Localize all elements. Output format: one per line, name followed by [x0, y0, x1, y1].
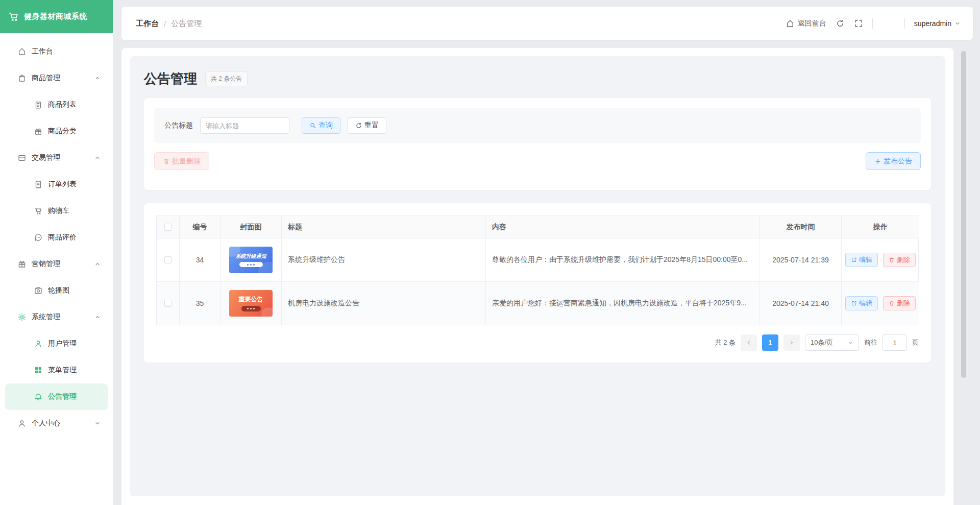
toolbar-row: 批量删除 发布公告 [154, 152, 921, 170]
sidebar-item-personal-center[interactable]: 个人中心 [0, 410, 113, 437]
edit-button[interactable]: 编辑 [845, 296, 878, 310]
app-logo: 健身器材商城系统 [0, 0, 113, 33]
col-header-time: 发布时间 [760, 216, 842, 238]
header-actions: 返回前台 superadmin [786, 18, 961, 29]
sidebar-item-marketing-mgmt[interactable]: 营销管理 [0, 251, 113, 277]
sidebar-item-trade-mgmt[interactable]: 交易管理 [0, 145, 113, 171]
chevron-up-icon [94, 261, 101, 267]
gear-icon [17, 312, 27, 322]
col-header-action: 操作 [842, 216, 919, 238]
divider [904, 18, 905, 29]
edit-button[interactable]: 编辑 [845, 253, 878, 267]
page-panel: 公告管理 共 2 条公告 公告标题 查询 重置 批量删除 [130, 56, 945, 496]
breadcrumb-workbench[interactable]: 工作台 [136, 19, 159, 29]
batch-delete-button[interactable]: 批量删除 [154, 152, 209, 170]
username: superadmin [914, 19, 951, 28]
trash-icon [889, 257, 895, 263]
cart-logo-icon [8, 11, 19, 22]
cover-image: 系统升级通知 [229, 247, 273, 273]
home-icon [17, 47, 27, 56]
home-icon [786, 19, 795, 28]
refresh-icon [355, 122, 362, 129]
sidebar-item-workbench[interactable]: 工作台 [0, 38, 113, 65]
query-button[interactable]: 查询 [302, 117, 340, 134]
edit-icon [851, 257, 857, 263]
chevron-right-icon [789, 340, 795, 346]
col-header-title: 标题 [282, 216, 486, 238]
sidebar-item-cart[interactable]: 购物车 [0, 198, 113, 224]
chevron-down-icon [848, 340, 853, 346]
breadcrumb-current: 公告管理 [171, 19, 202, 29]
cover-badge [239, 262, 263, 267]
main-content-card: 公告管理 共 2 条公告 公告标题 查询 重置 批量删除 [121, 48, 953, 505]
page-size-select[interactable]: 10条/页 [805, 334, 859, 351]
table-row: 35 重要公告 机房电力设施改造公告 亲爱的用户您好：接运营商紧急通知，因机房电… [157, 282, 918, 325]
page-header: 公告管理 共 2 条公告 [144, 66, 931, 91]
sidebar-item-product-review[interactable]: 商品评价 [0, 224, 113, 251]
goto-label: 前往 [864, 338, 877, 347]
user-icon [34, 339, 43, 348]
cell-content: 尊敬的各位用户：由于系统升级维护需要，我们计划于2025年8月15日00:00至… [486, 238, 760, 282]
cart-icon [34, 206, 43, 215]
reset-button[interactable]: 重置 [348, 117, 386, 134]
sidebar-item-product-list[interactable]: 商品列表 [0, 91, 113, 118]
bag-icon [17, 74, 27, 83]
delete-button[interactable]: 删除 [883, 296, 916, 310]
sidebar-item-menu-mgmt[interactable]: 菜单管理 [0, 357, 113, 383]
document-icon [34, 180, 43, 189]
cell-id: 34 [180, 238, 220, 282]
breadcrumb-separator: / [164, 19, 166, 28]
bell-icon [34, 392, 43, 401]
sidebar-item-product-mgmt[interactable]: 商品管理 [0, 65, 113, 91]
publish-announcement-button[interactable]: 发布公告 [866, 152, 921, 170]
chevron-left-icon [746, 340, 752, 346]
col-header-content: 内容 [486, 216, 760, 238]
fullscreen-icon[interactable] [854, 19, 863, 28]
trash-icon [163, 158, 170, 165]
goto-page-input[interactable] [883, 334, 907, 351]
table-header-row: 编号 封面图 标题 内容 发布时间 操作 [157, 216, 918, 238]
menu-grid-icon [34, 366, 43, 375]
refresh-icon[interactable] [836, 19, 845, 28]
select-all-checkbox[interactable] [164, 224, 172, 231]
page-number-button[interactable]: 1 [762, 334, 778, 351]
sidebar-item-system-mgmt[interactable]: 系统管理 [0, 304, 113, 330]
edit-icon [851, 300, 857, 306]
sidebar-menu: 工作台 商品管理 商品列表 商品分类 交易管理 订单列表 购物车 [0, 33, 113, 437]
row-checkbox[interactable] [164, 300, 172, 307]
clipboard-icon [34, 100, 43, 109]
prev-page-button[interactable] [741, 334, 757, 351]
sidebar-item-product-category[interactable]: 商品分类 [0, 118, 113, 145]
app-title: 健身器材商城系统 [24, 12, 87, 21]
user-menu[interactable]: superadmin [914, 19, 961, 28]
gift-icon [17, 259, 27, 269]
table-row: 34 系统升级通知 系统升级维护公告 尊敬的各位用户：由于系统升级维护需要，我们… [157, 238, 918, 282]
pagination-total: 共 2 条 [715, 338, 736, 347]
title-search-input[interactable] [200, 117, 289, 134]
chevron-down-icon [954, 20, 961, 27]
breadcrumb: 工作台 / 公告管理 [136, 19, 202, 29]
gift-box-icon [34, 127, 43, 136]
trash-icon [889, 300, 895, 306]
page-title: 公告管理 [144, 70, 197, 88]
cell-content: 亲爱的用户您好：接运营商紧急通知，因机房电力设施改造，平台将于2025年9... [486, 282, 760, 325]
credit-card-icon [17, 153, 27, 162]
goto-suffix: 页 [912, 338, 919, 347]
sidebar: 健身器材商城系统 工作台 商品管理 商品列表 商品分类 交易管理 订单列表 [0, 0, 113, 505]
row-checkbox[interactable] [164, 256, 172, 263]
cover-badge [241, 306, 261, 311]
sidebar-item-order-list[interactable]: 订单列表 [0, 171, 113, 198]
sidebar-item-user-mgmt[interactable]: 用户管理 [0, 330, 113, 357]
col-header-id: 编号 [180, 216, 220, 238]
next-page-button[interactable] [783, 334, 800, 351]
filter-card: 公告标题 查询 重置 批量删除 发布公告 [144, 98, 931, 190]
search-bar: 公告标题 查询 重置 [154, 108, 921, 143]
scrollbar-thumb[interactable] [961, 51, 966, 378]
plus-icon [874, 158, 881, 165]
cell-title: 机房电力设施改造公告 [282, 282, 486, 325]
chevron-up-icon [94, 155, 101, 161]
delete-button[interactable]: 删除 [883, 253, 916, 267]
back-to-front-button[interactable]: 返回前台 [786, 19, 826, 28]
sidebar-item-announcement-mgmt[interactable]: 公告管理 [5, 383, 108, 410]
sidebar-item-banner[interactable]: 轮播图 [0, 277, 113, 304]
